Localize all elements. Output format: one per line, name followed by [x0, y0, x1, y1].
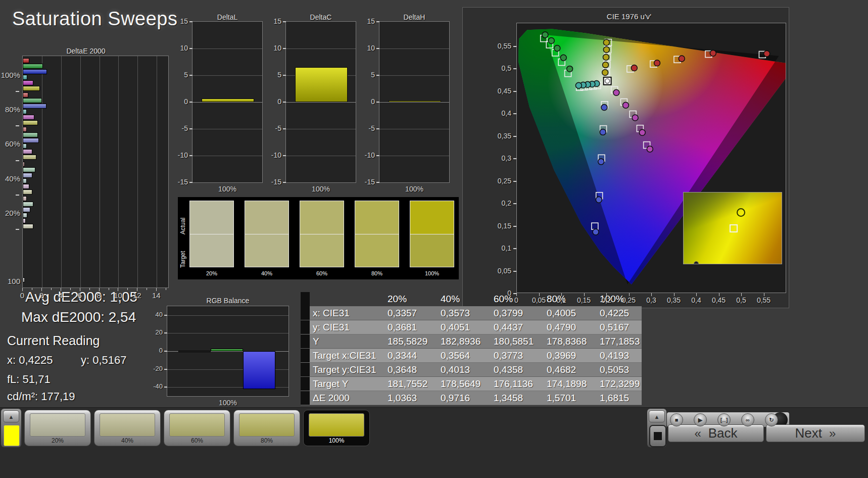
- deltae-xtick-minor: [109, 288, 109, 290]
- pattern-button-label: 20%: [25, 437, 90, 444]
- gridline: [192, 156, 262, 156]
- table-row-label: y: CIE31: [310, 320, 387, 334]
- cie-measured-cyan: [575, 82, 582, 88]
- pattern-button-80%[interactable]: 80%: [233, 410, 300, 446]
- loop-button[interactable]: ∞: [741, 413, 754, 426]
- pattern-up-button[interactable]: ▲: [3, 410, 19, 422]
- cie-ytick: 0,05: [488, 267, 511, 275]
- deltae-xtick-minor: [89, 288, 90, 290]
- table-cell: 0,3564: [440, 349, 493, 362]
- frame-step-button[interactable]: [‥]: [717, 413, 731, 426]
- pattern-button-100%[interactable]: 100%: [303, 410, 370, 446]
- deltae2000-chart-title: DeltaE 2000: [30, 47, 141, 55]
- pattern-button-40%[interactable]: 40%: [94, 410, 161, 446]
- table-cell: 182,8936: [440, 334, 493, 348]
- deltah-plot: [379, 21, 450, 183]
- rgb-bar-blue: [243, 351, 275, 389]
- pattern-swatch-20%: [30, 413, 85, 437]
- deltae-xtick-minor: [51, 288, 52, 290]
- table-cell: 0,3648: [387, 363, 440, 376]
- back-button[interactable]: « Back: [668, 424, 764, 442]
- gridline: [379, 129, 449, 129]
- pattern-window-button[interactable]: [649, 425, 666, 447]
- stop-button[interactable]: ■: [670, 413, 683, 426]
- table-cell: 1,5701: [546, 391, 599, 405]
- pattern-button-label: 80%: [234, 437, 300, 444]
- ytick-mark: [376, 155, 379, 156]
- cie-measured-blue: [600, 129, 606, 135]
- ytick-mark: [283, 102, 286, 103]
- results-table: 20%40%60%80%100%x: CIE310,33570,35730,37…: [301, 292, 642, 405]
- deltae-minor-tick: [16, 125, 19, 126]
- deltae-ytick: 100%: [0, 71, 20, 79]
- gridline: [379, 156, 449, 156]
- table-cell: 0,4358: [493, 363, 546, 376]
- cie-measured-red: [764, 51, 770, 57]
- gridline: [42, 56, 42, 288]
- pattern-button-60%[interactable]: 60%: [164, 410, 230, 446]
- actual-patch-20%: [189, 201, 234, 234]
- table-row-label: ΔE 2000: [310, 391, 387, 405]
- gridline: [80, 56, 81, 288]
- ytick: 0: [357, 98, 375, 106]
- deltae-bar-20%-5: [23, 224, 33, 229]
- cie-measured-red: [710, 50, 716, 56]
- cie-xtick: 0,3: [641, 296, 661, 304]
- deltae-minor-tick: [16, 229, 19, 230]
- cie-measured-magenta: [632, 115, 638, 121]
- gridline: [286, 129, 356, 129]
- ytick: 10: [170, 44, 188, 52]
- table-header-cell: 40%: [440, 292, 493, 306]
- ytick-mark: [376, 21, 379, 22]
- target-patch-100%: [410, 234, 454, 267]
- cie-white-point: [605, 79, 610, 83]
- next-button[interactable]: Next »: [766, 424, 865, 442]
- ytick-mark: [283, 75, 286, 76]
- table-cell: 0,4682: [546, 363, 599, 376]
- ytick-mark: [376, 128, 379, 129]
- meter-up-button[interactable]: ▲: [649, 410, 665, 422]
- rgb-ytick: 0: [144, 347, 163, 354]
- strip-patch-label: 60%: [300, 270, 344, 276]
- pattern-button-label: 60%: [164, 437, 230, 444]
- gridline: [100, 56, 100, 288]
- table-cell: 174,1898: [546, 377, 599, 391]
- rgb-bar-green: [211, 349, 243, 351]
- square-icon: [654, 432, 662, 440]
- deltae-bar-100%-4: [23, 80, 33, 85]
- table-cell: 177,1853: [599, 334, 652, 348]
- ytick: -10: [263, 151, 281, 159]
- table-cell: 0,9716: [440, 391, 493, 405]
- deltae-bar-80%-1: [23, 98, 42, 103]
- deltae-ytick: 100: [0, 277, 20, 285]
- deltae-bar-20%-1: [23, 202, 33, 207]
- rgb-ytick: 40: [144, 311, 163, 318]
- ytick: 10: [263, 44, 281, 52]
- cie-ytick-mark: [513, 68, 516, 69]
- cie-ytick-mark: [513, 136, 516, 137]
- cie-measured-blue: [593, 229, 599, 235]
- deltae-xtick: 6: [74, 291, 86, 300]
- deltae-bar-60%-5: [23, 155, 36, 160]
- rgb-xtick: 100%: [167, 399, 289, 407]
- deltae-bar-60%-3: [23, 144, 27, 149]
- bottom-toolbar: ▲ 20%40%60%80%100% ▲ « Back Next » ■▶[‥]…: [0, 407, 868, 478]
- ytick-mark: [283, 155, 286, 156]
- table-row-label: Target x:CIE31: [310, 349, 387, 362]
- cie-ytick-mark: [513, 248, 516, 249]
- ytick-mark: [376, 182, 379, 183]
- table-cell: 185,5829: [387, 334, 440, 348]
- gridline: [118, 56, 119, 288]
- table-row-label: Target y:CIE31: [310, 363, 387, 376]
- actual-patch-80%: [355, 201, 399, 234]
- rgb-balance-chart-title: RGB Balance: [167, 297, 289, 305]
- refresh-button[interactable]: ↻: [765, 413, 778, 426]
- cie-xtick: 0,45: [709, 296, 729, 304]
- table-row-label: x: CIE31: [310, 306, 387, 320]
- table-row-label: Y: [310, 334, 387, 348]
- deltal-plot: [192, 21, 263, 183]
- ytick: 0: [263, 98, 281, 106]
- pattern-button-20%[interactable]: 20%: [24, 410, 91, 446]
- table-cell: 0,3773: [493, 349, 546, 362]
- play-button[interactable]: ▶: [694, 413, 707, 426]
